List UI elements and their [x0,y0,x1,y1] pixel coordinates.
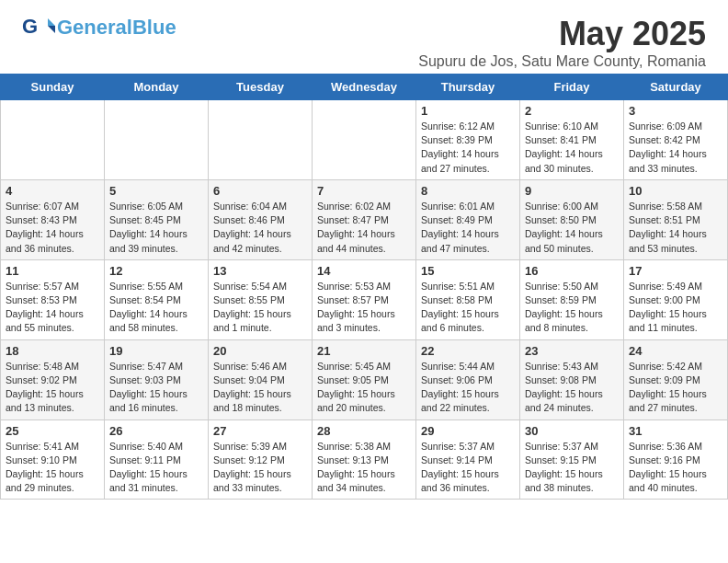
weekday-header-saturday: Saturday [624,75,728,100]
calendar-table: SundayMondayTuesdayWednesdayThursdayFrid… [0,74,728,500]
day-number: 9 [525,184,619,198]
day-number: 13 [213,264,307,278]
calendar-week-3: 11Sunrise: 5:57 AM Sunset: 8:53 PM Dayli… [1,259,728,339]
svg-text:G: G [22,15,38,38]
day-info: Sunrise: 5:37 AM Sunset: 9:14 PM Dayligh… [421,440,515,496]
day-info: Sunrise: 5:50 AM Sunset: 8:59 PM Dayligh… [525,280,619,336]
day-number: 16 [525,264,619,278]
weekday-header-row: SundayMondayTuesdayWednesdayThursdayFrid… [1,75,728,100]
day-info: Sunrise: 5:45 AM Sunset: 9:05 PM Dayligh… [317,360,411,416]
day-info: Sunrise: 5:57 AM Sunset: 8:53 PM Dayligh… [6,280,99,336]
weekday-header-sunday: Sunday [1,75,105,100]
page-wrapper: G GeneralBlue May 2025 Supuru de Jos, Sa… [0,0,728,500]
day-number: 14 [317,264,411,278]
day-number: 31 [629,424,722,438]
calendar-cell: 11Sunrise: 5:57 AM Sunset: 8:53 PM Dayli… [1,259,105,339]
calendar-week-2: 4Sunrise: 6:07 AM Sunset: 8:43 PM Daylig… [1,179,728,259]
calendar-cell: 21Sunrise: 5:45 AM Sunset: 9:05 PM Dayli… [313,339,416,419]
svg-marker-2 [48,26,55,33]
day-number: 28 [317,424,411,438]
logo-general: General [57,16,132,39]
calendar-cell: 20Sunrise: 5:46 AM Sunset: 9:04 PM Dayli… [209,339,313,419]
calendar-cell [1,100,105,180]
logo-icon: G [22,15,55,40]
day-info: Sunrise: 6:10 AM Sunset: 8:41 PM Dayligh… [525,120,619,176]
calendar-title: May 2025 [418,15,706,53]
calendar-cell [313,100,416,180]
calendar-cell [105,100,209,180]
day-number: 12 [109,264,203,278]
day-info: Sunrise: 5:51 AM Sunset: 8:58 PM Dayligh… [421,280,515,336]
calendar-cell: 10Sunrise: 5:58 AM Sunset: 8:51 PM Dayli… [624,179,728,259]
day-number: 29 [421,424,515,438]
calendar-week-1: 1Sunrise: 6:12 AM Sunset: 8:39 PM Daylig… [1,100,728,180]
day-number: 6 [213,184,307,198]
logo-text-block: GeneralBlue [57,16,176,40]
day-info: Sunrise: 5:55 AM Sunset: 8:54 PM Dayligh… [109,280,203,336]
day-info: Sunrise: 5:46 AM Sunset: 9:04 PM Dayligh… [213,360,307,416]
calendar-cell: 1Sunrise: 6:12 AM Sunset: 8:39 PM Daylig… [416,100,520,180]
day-number: 8 [421,184,515,198]
calendar-cell: 6Sunrise: 6:04 AM Sunset: 8:46 PM Daylig… [209,179,313,259]
calendar-cell: 17Sunrise: 5:49 AM Sunset: 9:00 PM Dayli… [624,259,728,339]
calendar-cell: 16Sunrise: 5:50 AM Sunset: 8:59 PM Dayli… [520,259,624,339]
day-info: Sunrise: 5:36 AM Sunset: 9:16 PM Dayligh… [629,440,722,496]
svg-marker-1 [48,18,55,26]
calendar-cell: 15Sunrise: 5:51 AM Sunset: 8:58 PM Dayli… [416,259,520,339]
day-number: 27 [213,424,307,438]
calendar-week-4: 18Sunrise: 5:48 AM Sunset: 9:02 PM Dayli… [1,339,728,419]
day-number: 17 [629,264,722,278]
day-info: Sunrise: 6:00 AM Sunset: 8:50 PM Dayligh… [525,200,619,256]
weekday-header-monday: Monday [105,75,209,100]
day-number: 15 [421,264,515,278]
calendar-cell: 27Sunrise: 5:39 AM Sunset: 9:12 PM Dayli… [209,419,313,500]
weekday-header-tuesday: Tuesday [209,75,313,100]
day-number: 2 [525,104,619,118]
day-number: 22 [421,344,515,358]
calendar-cell: 30Sunrise: 5:37 AM Sunset: 9:15 PM Dayli… [520,419,624,500]
day-info: Sunrise: 6:09 AM Sunset: 8:42 PM Dayligh… [629,120,722,176]
calendar-cell: 18Sunrise: 5:48 AM Sunset: 9:02 PM Dayli… [1,339,105,419]
day-info: Sunrise: 5:37 AM Sunset: 9:15 PM Dayligh… [525,440,619,496]
calendar-cell: 9Sunrise: 6:00 AM Sunset: 8:50 PM Daylig… [520,179,624,259]
day-info: Sunrise: 5:39 AM Sunset: 9:12 PM Dayligh… [213,440,307,496]
calendar-cell: 31Sunrise: 5:36 AM Sunset: 9:16 PM Dayli… [624,419,728,500]
calendar-cell: 25Sunrise: 5:41 AM Sunset: 9:10 PM Dayli… [1,419,105,500]
day-number: 10 [629,184,722,198]
day-info: Sunrise: 5:48 AM Sunset: 9:02 PM Dayligh… [6,360,99,416]
day-number: 25 [6,424,99,438]
day-info: Sunrise: 5:49 AM Sunset: 9:00 PM Dayligh… [629,280,722,336]
calendar-cell: 29Sunrise: 5:37 AM Sunset: 9:14 PM Dayli… [416,419,520,500]
calendar-cell: 3Sunrise: 6:09 AM Sunset: 8:42 PM Daylig… [624,100,728,180]
day-info: Sunrise: 5:44 AM Sunset: 9:06 PM Dayligh… [421,360,515,416]
day-number: 18 [6,344,99,358]
calendar-cell: 28Sunrise: 5:38 AM Sunset: 9:13 PM Dayli… [313,419,416,500]
day-info: Sunrise: 5:41 AM Sunset: 9:10 PM Dayligh… [6,440,99,496]
day-number: 1 [421,104,515,118]
calendar-cell: 22Sunrise: 5:44 AM Sunset: 9:06 PM Dayli… [416,339,520,419]
day-number: 30 [525,424,619,438]
calendar-body: 1Sunrise: 6:12 AM Sunset: 8:39 PM Daylig… [1,100,728,500]
logo-blue: Blue [132,16,176,39]
calendar-cell: 12Sunrise: 5:55 AM Sunset: 8:54 PM Dayli… [105,259,209,339]
day-info: Sunrise: 5:43 AM Sunset: 9:08 PM Dayligh… [525,360,619,416]
day-number: 20 [213,344,307,358]
day-number: 23 [525,344,619,358]
weekday-header-friday: Friday [520,75,624,100]
title-block: May 2025 Supuru de Jos, Satu Mare County… [418,15,706,70]
day-number: 24 [629,344,722,358]
day-info: Sunrise: 6:04 AM Sunset: 8:46 PM Dayligh… [213,200,307,256]
day-number: 26 [109,424,203,438]
weekday-header-wednesday: Wednesday [313,75,416,100]
weekday-header-thursday: Thursday [416,75,520,100]
day-number: 3 [629,104,722,118]
day-info: Sunrise: 5:47 AM Sunset: 9:03 PM Dayligh… [109,360,203,416]
logo: G GeneralBlue [22,15,176,40]
day-info: Sunrise: 5:42 AM Sunset: 9:09 PM Dayligh… [629,360,722,416]
day-info: Sunrise: 5:40 AM Sunset: 9:11 PM Dayligh… [109,440,203,496]
calendar-cell: 13Sunrise: 5:54 AM Sunset: 8:55 PM Dayli… [209,259,313,339]
day-number: 5 [109,184,203,198]
day-number: 21 [317,344,411,358]
day-info: Sunrise: 5:54 AM Sunset: 8:55 PM Dayligh… [213,280,307,336]
day-info: Sunrise: 6:01 AM Sunset: 8:49 PM Dayligh… [421,200,515,256]
